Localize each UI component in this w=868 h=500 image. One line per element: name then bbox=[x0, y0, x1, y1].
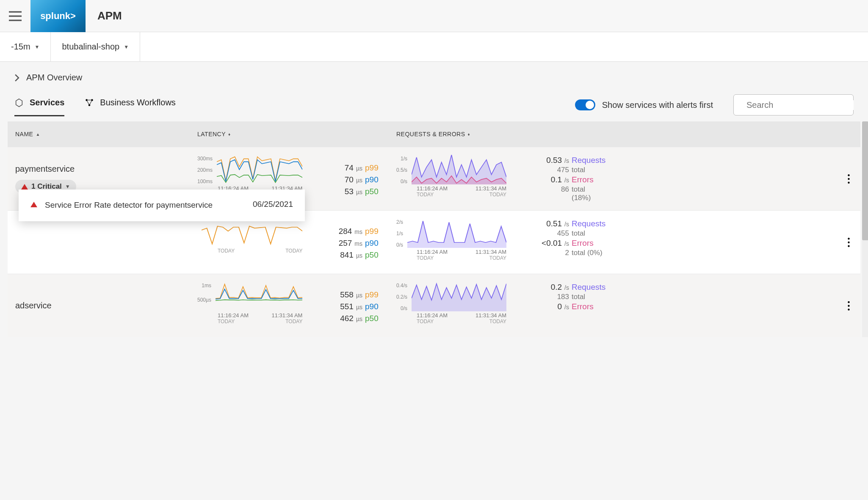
requests-yticks: 2/s1/s0/s bbox=[396, 219, 405, 248]
requests-cell: 0.4/s0.2/s0/s 11:16:24 AM11:31:34 AM TOD… bbox=[389, 274, 837, 337]
svg-point-7 bbox=[848, 238, 849, 239]
svg-point-5 bbox=[848, 178, 849, 179]
caret-down-icon: ▼ bbox=[35, 44, 40, 50]
latency-chart[interactable] bbox=[202, 218, 302, 248]
latency-chart[interactable] bbox=[217, 155, 302, 184]
requests-chart[interactable] bbox=[412, 155, 506, 184]
sort-icon: ♦ bbox=[468, 132, 470, 137]
alerts-first-toggle-group: Show services with alerts first bbox=[575, 99, 713, 110]
requests-today: TODAYTODAY bbox=[396, 255, 506, 261]
requests-summary: 0.51/sRequests 455total <0.01/sErrors 2t… bbox=[508, 218, 605, 266]
latency-cell: 1ms500µs 11:16:24 AM11:31:34 AM TODAYTOD… bbox=[190, 274, 389, 337]
app-header: splunk> APM bbox=[0, 0, 868, 32]
splunk-logo[interactable]: splunk> bbox=[30, 0, 86, 32]
latency-summary: 558µsp99 551µsp90 462µsp50 bbox=[304, 282, 381, 330]
hamburger-menu-button[interactable] bbox=[0, 11, 30, 21]
alert-detail-date: 06/25/2021 bbox=[253, 200, 293, 211]
tab-workflows-label: Business Workflows bbox=[100, 98, 176, 107]
time-range-picker[interactable]: -15m ▼ bbox=[0, 32, 51, 61]
breadcrumb-label: APM Overview bbox=[26, 73, 82, 82]
requests-chart[interactable] bbox=[412, 282, 506, 311]
caret-down-icon: ▼ bbox=[65, 184, 70, 190]
requests-chart[interactable] bbox=[407, 218, 506, 248]
svg-point-11 bbox=[848, 305, 849, 306]
alerts-first-label: Show services with alerts first bbox=[602, 100, 713, 110]
services-table: Name▲ Latency♦ Requests & Errors♦ paymen… bbox=[8, 121, 860, 337]
sort-asc-icon: ▲ bbox=[36, 132, 40, 137]
requests-today: TODAYTODAY bbox=[396, 319, 506, 324]
svg-point-8 bbox=[848, 241, 849, 243]
requests-xticks: 11:16:24 AM11:31:34 AM bbox=[396, 311, 506, 319]
svg-point-10 bbox=[848, 301, 849, 303]
requests-yticks: 1/s0.5/s0/s bbox=[396, 156, 409, 184]
kebab-icon bbox=[848, 301, 850, 310]
alert-detail-popup: Service Error Rate detector for payments… bbox=[19, 190, 305, 221]
alerts-first-toggle[interactable] bbox=[575, 99, 595, 110]
service-name: paymentservice bbox=[15, 164, 182, 174]
service-name: adservice bbox=[15, 301, 182, 310]
time-range-label: -15m bbox=[11, 42, 30, 52]
table-row: adservice 1ms500µs 11:16:24 AM11:31:34 A… bbox=[8, 274, 860, 337]
latency-summary: 74µsp99 70µsp90 53µsp50 bbox=[304, 155, 381, 203]
breadcrumb[interactable]: APM Overview bbox=[14, 73, 854, 82]
table-header: Name▲ Latency♦ Requests & Errors♦ bbox=[8, 121, 860, 147]
svg-point-9 bbox=[848, 245, 849, 247]
environment-picker[interactable]: btubalinal-shop ▼ bbox=[51, 32, 140, 61]
tab-services[interactable]: Services bbox=[14, 93, 64, 116]
requests-xticks: 11:16:24 AM11:31:34 AM bbox=[396, 248, 506, 255]
latency-yticks: 1ms500µs bbox=[197, 283, 213, 311]
row-actions-button[interactable] bbox=[837, 211, 860, 274]
filter-bar: -15m ▼ btubalinal-shop ▼ bbox=[0, 32, 868, 62]
tab-business-workflows[interactable]: Business Workflows bbox=[85, 93, 176, 116]
service-name-cell[interactable]: adservice bbox=[8, 274, 190, 337]
environment-label: btubalinal-shop bbox=[62, 42, 119, 52]
kebab-icon bbox=[848, 238, 850, 247]
row-actions-button[interactable] bbox=[837, 274, 860, 337]
requests-cell: 1/s0.5/s0/s 11:16:24 AM11:31:34 AM TODAY… bbox=[389, 147, 837, 210]
table-row: paymentservice 1 Critical ▼ 300ms200ms10… bbox=[8, 147, 860, 210]
svg-point-12 bbox=[848, 308, 849, 310]
requests-xticks: 11:16:24 AM11:31:34 AM bbox=[396, 184, 506, 192]
latency-summary: 284msp99 257msp90 841µsp50 bbox=[304, 218, 381, 266]
requests-summary: 0.53/sRequests 475total 0.1/sErrors 86to… bbox=[508, 155, 605, 203]
latency-xticks: 11:16:24 AM11:31:34 AM bbox=[197, 311, 302, 319]
hexagon-icon bbox=[14, 98, 24, 107]
requests-cell: 2/s1/s0/s 11:16:24 AM11:31:34 AM TODAYTO… bbox=[389, 211, 837, 274]
hamburger-icon bbox=[9, 11, 22, 21]
row-actions-button[interactable] bbox=[837, 147, 860, 210]
search-input-wrapper[interactable] bbox=[733, 94, 854, 115]
chevron-right-icon bbox=[14, 74, 19, 82]
latency-yticks: 300ms200ms100ms bbox=[197, 156, 214, 184]
caret-down-icon: ▼ bbox=[124, 44, 129, 50]
latency-today: TODAYTODAY bbox=[197, 319, 302, 324]
requests-today: TODAYTODAY bbox=[396, 192, 506, 198]
sort-icon: ♦ bbox=[228, 132, 231, 137]
latency-chart[interactable] bbox=[216, 282, 303, 311]
column-latency[interactable]: Latency♦ bbox=[190, 131, 389, 137]
alert-detail-text[interactable]: Service Error Rate detector for payments… bbox=[45, 200, 245, 211]
requests-yticks: 0.4/s0.2/s0/s bbox=[396, 283, 409, 311]
tabs-toolbar: Services Business Workflows Show service… bbox=[0, 90, 868, 116]
svg-point-4 bbox=[848, 174, 849, 176]
app-title: APM bbox=[86, 9, 122, 22]
triangle-alert-icon bbox=[21, 184, 28, 190]
kebab-icon bbox=[848, 174, 850, 184]
column-name[interactable]: Name▲ bbox=[8, 131, 190, 137]
requests-summary: 0.2/sRequests 183total 0/sErrors bbox=[508, 282, 605, 330]
tab-services-label: Services bbox=[30, 98, 64, 107]
latency-today: TODAYTODAY bbox=[197, 248, 302, 254]
scrollbar-thumb[interactable] bbox=[862, 121, 868, 240]
column-requests[interactable]: Requests & Errors♦ bbox=[389, 131, 860, 137]
graph-icon bbox=[85, 98, 94, 107]
svg-point-6 bbox=[848, 181, 849, 183]
search-input[interactable] bbox=[746, 100, 854, 110]
triangle-alert-icon bbox=[30, 202, 37, 207]
